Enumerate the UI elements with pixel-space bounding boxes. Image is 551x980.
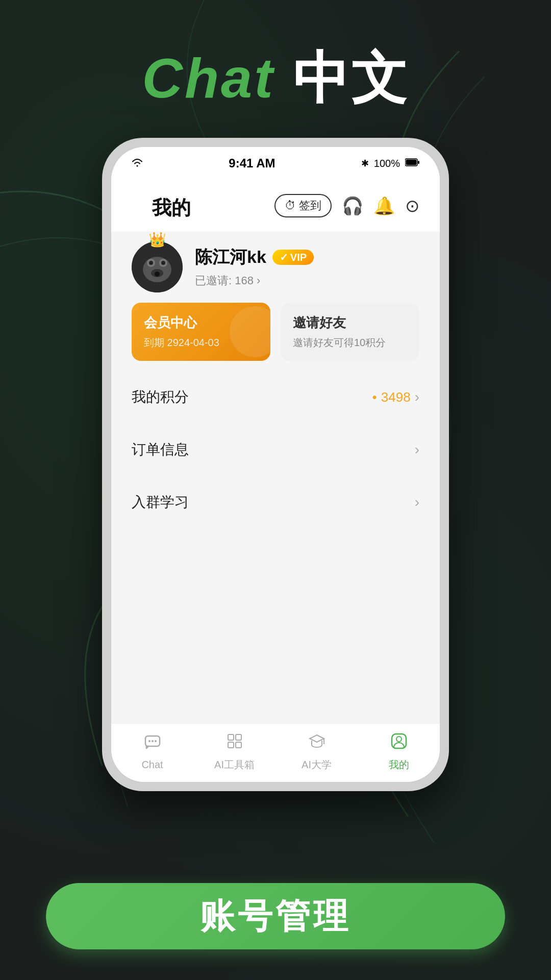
profile-name-row: 陈江河kk ✓ VIP	[195, 246, 419, 269]
avatar	[132, 241, 183, 292]
svg-point-13	[152, 740, 154, 742]
tab-ai-tools[interactable]: AI工具箱	[204, 732, 265, 772]
vip-check-icon: ✓	[280, 251, 288, 263]
account-management-label: 账号管理	[200, 893, 351, 940]
invite-friends-card[interactable]: 邀请好友 邀请好友可得10积分	[281, 303, 419, 361]
cards-row: 会员中心 到期 2924-04-03 邀请好友 邀请好友可得10积分	[111, 303, 440, 371]
ai-tools-tab-label: AI工具箱	[214, 758, 255, 772]
svg-point-8	[161, 261, 165, 265]
my-tab-label: 我的	[389, 758, 409, 772]
profile-invite[interactable]: 已邀请: 168 ›	[195, 273, 419, 288]
svg-rect-16	[236, 734, 241, 740]
status-bar: 9:41 AM ✱ 100%	[111, 147, 440, 175]
order-info-item[interactable]: 订单信息 ›	[132, 424, 419, 476]
account-management-button[interactable]: 账号管理	[46, 883, 505, 949]
svg-point-21	[396, 737, 402, 742]
avatar-wrapper[interactable]: 👑	[132, 241, 183, 292]
phone-mockup: 9:41 AM ✱ 100% 我的 ⏱ 签到	[102, 138, 449, 791]
svg-rect-1	[418, 161, 419, 164]
page-title: Chat 中文	[0, 41, 551, 117]
sign-btn-label: 签到	[299, 198, 321, 213]
coin-icon: ●	[372, 393, 377, 402]
status-time: 9:41 AM	[229, 156, 275, 170]
group-chevron: ›	[415, 494, 419, 510]
nav-title: 我的	[132, 185, 211, 226]
battery-icon	[405, 158, 419, 168]
svg-rect-18	[236, 742, 241, 748]
invite-card-subtitle: 邀请好友可得10积分	[293, 336, 407, 350]
order-info-right: ›	[415, 442, 419, 458]
ai-tools-tab-icon	[226, 732, 244, 755]
order-chevron: ›	[415, 442, 419, 458]
member-center-card[interactable]: 会员中心 到期 2924-04-03	[132, 303, 270, 361]
tab-chat[interactable]: Chat	[122, 733, 183, 771]
wifi-icon	[132, 158, 143, 169]
svg-point-10	[155, 272, 160, 277]
my-tab-icon	[390, 732, 408, 755]
order-info-label: 订单信息	[132, 440, 189, 459]
vip-label: VIP	[290, 252, 307, 263]
ai-uni-tab-label: AI大学	[302, 758, 332, 772]
camera-icon[interactable]: ⊙	[405, 195, 419, 216]
clock-icon: ⏱	[285, 199, 296, 212]
chat-tab-label: Chat	[141, 759, 163, 771]
points-chevron: ›	[415, 389, 419, 405]
title-chat: Chat	[142, 46, 274, 109]
group-learning-item[interactable]: 入群学习 ›	[132, 476, 419, 528]
group-learning-label: 入群学习	[132, 493, 189, 512]
svg-point-7	[149, 261, 153, 265]
svg-rect-15	[228, 734, 234, 740]
bluetooth-icon: ✱	[361, 158, 369, 169]
svg-rect-2	[406, 160, 416, 165]
app-nav: 我的 ⏱ 签到 🎧 🔔 ⊙	[111, 175, 440, 231]
ai-uni-tab-icon	[308, 732, 326, 755]
status-icons: ✱ 100%	[361, 158, 419, 169]
points-value: 3498	[381, 389, 411, 405]
bottom-nav: Chat AI工具箱	[111, 723, 440, 782]
battery-level: 100%	[374, 158, 400, 169]
vip-badge: ✓ VIP	[272, 250, 314, 265]
crown-icon: 👑	[148, 231, 166, 248]
tab-my[interactable]: 我的	[368, 732, 430, 772]
svg-point-12	[148, 740, 151, 742]
svg-rect-17	[228, 742, 234, 748]
profile-info: 陈江河kk ✓ VIP 已邀请: 168 ›	[195, 246, 419, 288]
profile-name: 陈江河kk	[195, 246, 266, 269]
member-card-title: 会员中心	[144, 314, 258, 332]
bell-icon[interactable]: 🔔	[373, 195, 395, 216]
nav-actions: ⏱ 签到 🎧 🔔 ⊙	[274, 194, 419, 217]
menu-list: 我的积分 ● 3498 › 订单信息 › 入群学习 ›	[111, 371, 440, 723]
invite-card-title: 邀请好友	[293, 314, 407, 332]
group-learning-right: ›	[415, 494, 419, 510]
my-points-right: ● 3498 ›	[372, 389, 419, 405]
sign-in-button[interactable]: ⏱ 签到	[274, 194, 332, 217]
profile-section: 👑 陈江河kk	[111, 231, 440, 303]
member-card-subtitle: 到期 2924-04-03	[144, 336, 258, 350]
my-points-label: 我的积分	[132, 387, 189, 407]
headphones-icon[interactable]: 🎧	[342, 195, 363, 216]
svg-point-14	[155, 740, 157, 742]
my-points-item[interactable]: 我的积分 ● 3498 ›	[132, 371, 419, 424]
tab-ai-university[interactable]: AI大学	[286, 732, 347, 772]
phone-inner: 9:41 AM ✱ 100% 我的 ⏱ 签到	[111, 147, 440, 782]
chat-tab-icon	[143, 733, 162, 756]
title-chinese: 中文	[293, 46, 409, 109]
